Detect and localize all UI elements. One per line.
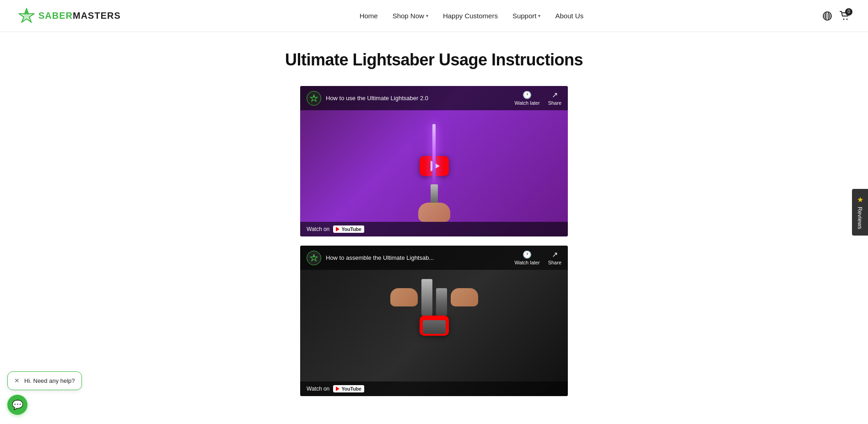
video-1-topbar: How to use the Ultimate Lightsaber 2.0 🕐… <box>300 86 568 110</box>
video-2-container[interactable]: How to assemble the Ultimate Lightsab...… <box>300 246 568 396</box>
nav-about-us[interactable]: About Us <box>555 12 583 20</box>
nav-support-link[interactable]: Support <box>512 12 537 20</box>
video-2-watch-later[interactable]: 🕐 Watch later <box>514 250 539 265</box>
video-1-wrapper: How to use the Ultimate Lightsaber 2.0 🕐… <box>300 86 568 236</box>
video-2-bottombar: Watch on YouTube <box>300 381 568 396</box>
share-icon-2: ↗ <box>552 250 558 259</box>
youtube-logo-2: YouTube <box>333 385 364 392</box>
reviews-sidebar[interactable]: ★ Reviews <box>852 188 868 235</box>
video-2-topbar: How to assemble the Ultimate Lightsab...… <box>300 246 568 270</box>
video-1-container[interactable]: How to use the Ultimate Lightsaber 2.0 🕐… <box>300 86 568 236</box>
cart-button[interactable]: 0 <box>840 11 850 21</box>
main-content: Ultimate Lightsaber Usage Instructions H… <box>205 32 663 424</box>
nav-shop-now[interactable]: Shop Now ▾ <box>393 12 428 20</box>
header-icons: 0 <box>822 11 850 21</box>
video-1-channel-icon <box>307 91 321 106</box>
saber-part-1 <box>421 279 432 316</box>
youtube-play-icon <box>336 227 340 231</box>
saber-part-2 <box>436 288 447 316</box>
youtube-logo: YouTube <box>333 225 364 233</box>
youtube-text: YouTube <box>341 226 361 232</box>
share-label: Share <box>548 100 561 106</box>
watch-later-icon-2: 🕐 <box>523 250 532 259</box>
logo-text: SABERMASTERS <box>38 11 121 21</box>
chat-close-button[interactable]: ✕ <box>14 377 20 384</box>
reviews-label: Reviews <box>857 206 863 229</box>
logo-icon <box>18 8 35 24</box>
watch-later-label: Watch later <box>514 100 539 106</box>
chat-bubble: ✕ Hi. Need any help? <box>7 371 82 390</box>
cart-badge: 0 <box>845 8 852 16</box>
share-icon: ↗ <box>552 91 558 99</box>
video-2-title: How to assemble the Ultimate Lightsab... <box>326 254 510 261</box>
support-chevron-icon: ▾ <box>538 13 540 18</box>
video-1-thumbnail: How to use the Ultimate Lightsaber 2.0 🕐… <box>300 86 568 236</box>
video-2-actions: 🕐 Watch later ↗ Share <box>514 250 561 265</box>
youtube-play-icon-2 <box>336 386 340 391</box>
video-2-play-area[interactable] <box>300 270 568 381</box>
video-2-thumbnail: How to assemble the Ultimate Lightsab...… <box>300 246 568 396</box>
video-1-watch-on[interactable]: Watch on YouTube <box>307 225 364 233</box>
video-1-bottombar: Watch on YouTube <box>300 222 568 236</box>
watch-on-text: Watch on <box>307 226 329 232</box>
reviews-star-icon: ★ <box>856 195 864 204</box>
globe-icon <box>822 11 832 21</box>
video-2-share[interactable]: ↗ Share <box>548 250 561 265</box>
hand-visual <box>418 203 450 222</box>
chat-message: Hi. Need any help? <box>24 377 75 384</box>
chat-avatar[interactable]: 💬 <box>7 395 27 415</box>
language-button[interactable] <box>822 11 832 21</box>
shop-now-chevron-icon: ▾ <box>426 13 428 18</box>
video-2-watch-on[interactable]: Watch on YouTube <box>307 385 364 392</box>
watch-on-text-2: Watch on <box>307 386 329 392</box>
video-2-channel-icon <box>307 251 321 265</box>
hand-left <box>390 288 418 306</box>
site-header: SABERMASTERS Home Shop Now ▾ Happy Custo… <box>0 0 868 32</box>
watch-later-label-2: Watch later <box>514 260 539 265</box>
nav-shop-now-link[interactable]: Shop Now <box>393 12 424 20</box>
nav-happy-customers[interactable]: Happy Customers <box>443 12 498 20</box>
nav-home[interactable]: Home <box>360 12 378 20</box>
video-1-watch-later[interactable]: 🕐 Watch later <box>514 91 539 106</box>
video-1-play-area[interactable] <box>300 110 568 222</box>
video-1-actions: 🕐 Watch later ↗ Share <box>514 91 561 106</box>
video-1-share[interactable]: ↗ Share <box>548 91 561 106</box>
share-label-2: Share <box>548 260 561 265</box>
video-2-wrapper: How to assemble the Ultimate Lightsab...… <box>300 246 568 396</box>
svg-point-7 <box>843 18 845 20</box>
main-nav: Home Shop Now ▾ Happy Customers Support … <box>360 12 584 20</box>
hand-right <box>451 288 478 306</box>
watch-later-icon: 🕐 <box>523 91 532 99</box>
chat-widget: ✕ Hi. Need any help? 💬 <box>7 371 82 415</box>
youtube-text-2: YouTube <box>341 386 361 392</box>
nav-support[interactable]: Support ▾ <box>512 12 541 20</box>
svg-point-8 <box>846 18 848 20</box>
page-title: Ultimate Lightsaber Usage Instructions <box>215 50 654 70</box>
chat-avatar-icon: 💬 <box>12 399 23 410</box>
video-1-title: How to use the Ultimate Lightsaber 2.0 <box>326 95 510 102</box>
saber-base <box>423 320 446 334</box>
saber-blade <box>432 124 436 184</box>
logo[interactable]: SABERMASTERS <box>18 8 121 24</box>
